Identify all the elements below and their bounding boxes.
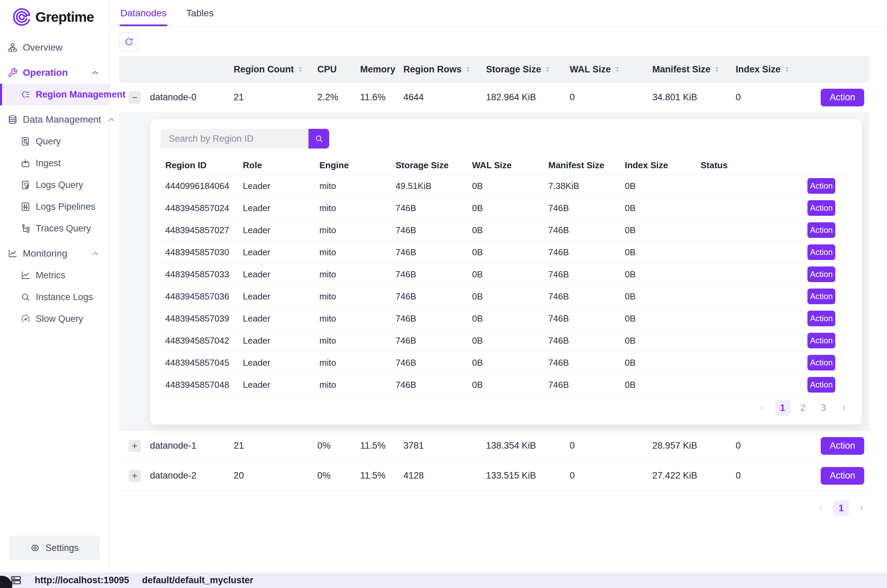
region-action-button[interactable]: Action xyxy=(807,377,835,393)
datanode-cell-memory: 11.5% xyxy=(360,470,403,481)
sidebar-item-region-management[interactable]: Region Management xyxy=(0,84,109,105)
sidebar-item-operation[interactable]: Operation xyxy=(0,62,109,84)
region-cell-manifest-size: 746B xyxy=(543,314,620,324)
region-action-button[interactable]: Action xyxy=(807,267,835,282)
sort-icon[interactable] xyxy=(615,66,620,73)
sort-icon[interactable] xyxy=(545,66,550,73)
sort-icon[interactable] xyxy=(298,66,303,73)
region-row: 4483945857039Leadermito746B0B746B0BActio… xyxy=(161,308,852,330)
region-cell-index-size: 0B xyxy=(620,247,696,258)
region-action-button[interactable]: Action xyxy=(807,200,835,216)
column-header-storage-size[interactable]: Storage Size xyxy=(486,64,570,75)
column-header-region-count[interactable]: Region Count xyxy=(234,64,317,75)
tab-datanodes[interactable]: Datanodes xyxy=(120,0,166,26)
sidebar-item-logs-query[interactable]: Logs Query xyxy=(0,174,109,196)
datanode-cell-index-size: 0 xyxy=(736,92,819,103)
datanode-cell-cpu: 0% xyxy=(317,441,360,451)
sidebar-item-query[interactable]: Query xyxy=(0,130,109,152)
region-cell-index-size: 0B xyxy=(620,225,696,236)
sort-icon[interactable] xyxy=(785,66,789,73)
datanodes-next-page-button[interactable] xyxy=(854,500,869,516)
datanode-cell-index-size: 0 xyxy=(736,441,819,451)
region-action-cell: Action xyxy=(807,244,852,260)
column-header-wal-size[interactable]: WAL Size xyxy=(570,64,652,75)
region-column-header-manifest-size: Manifest Size xyxy=(543,160,620,171)
region-search-button[interactable] xyxy=(308,129,329,148)
datanode-cell-manifest-size: 34.801 KiB xyxy=(652,92,736,103)
regions-page-2[interactable]: 2 xyxy=(795,400,811,416)
column-header-cpu: CPU xyxy=(317,64,360,75)
region-column-header-storage-size: Storage Size xyxy=(391,160,467,171)
region-cell-region-id: 4483945857033 xyxy=(161,269,238,280)
datanode-cell-manifest-size: 28.957 KiB xyxy=(652,441,736,451)
sidebar-item-label: Ingest xyxy=(36,158,61,169)
column-header-manifest-size[interactable]: Manifest Size xyxy=(652,64,736,75)
datanodes-page-1[interactable]: 1 xyxy=(833,500,849,516)
region-cell-wal-size: 0B xyxy=(467,269,543,280)
settings-icon xyxy=(30,543,40,553)
region-cell-region-id: 4483945857048 xyxy=(161,380,238,390)
instance-logs-icon xyxy=(20,292,31,302)
slow-query-icon xyxy=(20,314,31,324)
tab-tables[interactable]: Tables xyxy=(186,0,213,26)
sidebar-item-logs-pipelines[interactable]: Logs Pipelines xyxy=(0,196,109,218)
column-header-index-size[interactable]: Index Size xyxy=(736,64,819,75)
tab-tables-label: Tables xyxy=(186,8,213,19)
region-cell-manifest-size: 746B xyxy=(543,291,620,302)
brand-logo[interactable]: Greptime xyxy=(0,0,109,27)
chevron-up-icon xyxy=(90,68,100,78)
sort-icon[interactable] xyxy=(466,66,471,73)
datanode-action-button[interactable]: Action xyxy=(821,467,864,484)
regions-pagination: 123 xyxy=(161,400,852,416)
region-action-button[interactable]: Action xyxy=(807,222,835,238)
sidebar-item-traces-query[interactable]: Traces Query xyxy=(0,218,109,239)
sidebar-item-monitoring[interactable]: Monitoring xyxy=(0,243,109,264)
regions-prev-page-button[interactable] xyxy=(754,400,770,416)
status-url: http://localhost:19095 xyxy=(35,575,129,586)
datanode-cell-wal-size: 0 xyxy=(570,441,652,451)
region-action-button[interactable]: Action xyxy=(807,178,835,194)
region-cell-engine: mito xyxy=(314,357,391,368)
region-cell-storage-size: 49.51KiB xyxy=(391,181,467,191)
sidebar-item-instance-logs[interactable]: Instance Logs xyxy=(0,286,109,308)
settings-button[interactable]: Settings xyxy=(9,536,100,560)
region-cell-role: Leader xyxy=(238,336,314,346)
sidebar-item-overview[interactable]: Overview xyxy=(0,37,109,58)
logs-query-icon xyxy=(20,180,31,190)
sidebar-item-slow-query[interactable]: Slow Query xyxy=(0,308,109,330)
region-cell-storage-size: 746B xyxy=(391,314,467,324)
refresh-button[interactable] xyxy=(119,32,138,51)
regions-page-1[interactable]: 1 xyxy=(775,400,791,416)
region-search-input[interactable] xyxy=(161,129,308,148)
expand-row-button[interactable]: + xyxy=(129,470,141,482)
regions-page-3[interactable]: 3 xyxy=(816,400,831,416)
region-action-cell: Action xyxy=(807,310,852,326)
region-action-button[interactable]: Action xyxy=(807,333,835,348)
column-header-region-rows[interactable]: Region Rows xyxy=(403,64,486,75)
sidebar-item-data-management[interactable]: Data Management xyxy=(0,109,109,130)
logs-pipelines-icon xyxy=(20,201,31,212)
sort-icon[interactable] xyxy=(714,66,719,73)
region-action-button[interactable]: Action xyxy=(807,310,835,326)
expand-row-button[interactable]: + xyxy=(129,440,141,452)
datanode-cell-cpu: 0% xyxy=(317,470,360,481)
column-header-label: Storage Size xyxy=(486,64,541,75)
chevron-left-icon xyxy=(816,504,825,512)
regions-next-page-button[interactable] xyxy=(836,400,852,416)
region-cell-wal-size: 0B xyxy=(467,336,543,346)
datanode-name: datanode-1 xyxy=(150,441,234,451)
region-row: 4483945857024Leadermito746B0B746B0BActio… xyxy=(161,197,852,219)
sidebar: Greptime OverviewOperationRegion Managem… xyxy=(0,0,110,572)
sidebar-item-ingest[interactable]: Ingest xyxy=(0,152,109,174)
collapse-row-button[interactable]: − xyxy=(129,92,141,104)
datanode-action-button[interactable]: Action xyxy=(821,89,864,106)
region-action-button[interactable]: Action xyxy=(807,244,835,260)
region-cell-index-size: 0B xyxy=(620,336,696,346)
sidebar-item-label: Slow Query xyxy=(36,314,83,324)
sidebar-item-metrics[interactable]: Metrics xyxy=(0,264,109,286)
region-action-button[interactable]: Action xyxy=(807,355,835,370)
datanode-action-button[interactable]: Action xyxy=(821,437,864,455)
region-action-button[interactable]: Action xyxy=(807,288,835,304)
datanodes-prev-page-button[interactable] xyxy=(813,500,828,516)
region-cell-role: Leader xyxy=(238,314,314,324)
